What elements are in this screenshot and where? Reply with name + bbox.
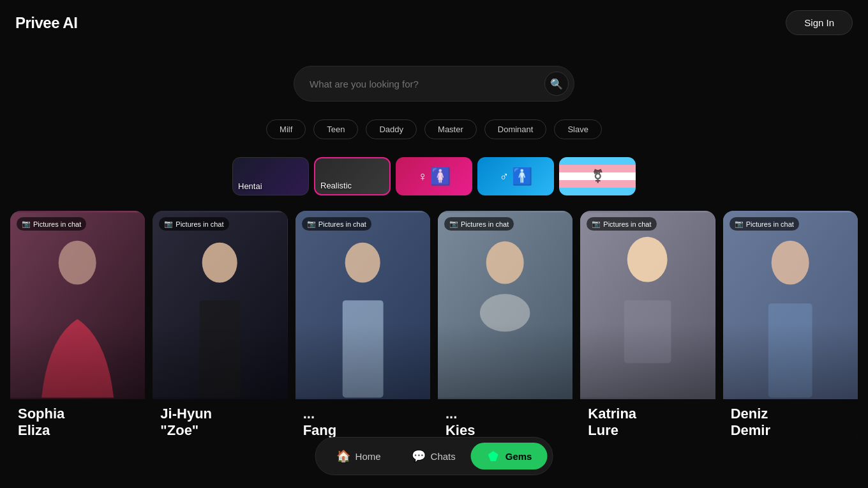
filter-milf[interactable]: Milf bbox=[266, 119, 306, 139]
nav-home[interactable]: 🏠 Home bbox=[321, 443, 396, 469]
card-kies[interactable]: 📷 Pictures in chat ... Kies bbox=[438, 211, 572, 443]
svg-point-1 bbox=[59, 241, 96, 285]
male-figure-icon: 🚹 bbox=[512, 167, 532, 187]
camera-icon: 📷 bbox=[22, 220, 31, 228]
tab-hentai[interactable]: Hentai bbox=[232, 157, 309, 195]
katrina-info: Katrina Lure bbox=[580, 399, 715, 443]
svg-point-3 bbox=[202, 243, 237, 283]
sophia-badge: 📷 Pictures in chat bbox=[17, 217, 86, 231]
nav-chats-label: Chats bbox=[431, 451, 456, 462]
nav-home-label: Home bbox=[355, 451, 381, 462]
search-input[interactable] bbox=[310, 79, 544, 89]
card-katrina-image bbox=[580, 211, 715, 399]
search-container: 🔍 bbox=[294, 66, 574, 102]
filter-slave[interactable]: Slave bbox=[554, 119, 602, 139]
card-kies-image bbox=[438, 211, 572, 399]
card-jihyun-image bbox=[153, 211, 287, 399]
camera-icon: 📷 bbox=[592, 220, 601, 228]
tab-female[interactable]: ♀ 🚺 bbox=[396, 157, 472, 195]
kies-name: ... Kies bbox=[445, 406, 565, 439]
camera-icon: 📷 bbox=[449, 220, 458, 228]
sophia-badge-label: Pictures in chat bbox=[33, 220, 81, 228]
sophia-illustration bbox=[10, 211, 145, 399]
mars-icon: ♂ bbox=[500, 169, 509, 184]
katrina-badge: 📷 Pictures in chat bbox=[587, 217, 656, 231]
fang-badge: 📷 Pictures in chat bbox=[302, 217, 371, 231]
svg-rect-13 bbox=[624, 300, 671, 363]
katrina-name: Katrina Lure bbox=[588, 406, 707, 439]
female-icons: ♀ 🚺 bbox=[418, 167, 451, 187]
tab-male[interactable]: ♂ 🚹 bbox=[477, 157, 554, 195]
gems-diamond-icon bbox=[488, 451, 498, 461]
camera-icon: 📷 bbox=[307, 220, 316, 228]
card-fang-image bbox=[296, 211, 430, 399]
fang-badge-label: Pictures in chat bbox=[318, 220, 366, 228]
kies-illustration bbox=[438, 211, 572, 399]
svg-point-10 bbox=[480, 294, 530, 332]
home-icon: 🏠 bbox=[336, 449, 350, 463]
deniz-name: Deniz Demir bbox=[731, 406, 850, 439]
svg-point-9 bbox=[486, 241, 524, 284]
card-jihyun[interactable]: 📷 Pictures in chat Ji-Hyun "Zoe" bbox=[153, 211, 287, 443]
nav-gems-label: Gems bbox=[505, 451, 532, 462]
jihyun-badge-label: Pictures in chat bbox=[176, 220, 223, 228]
kies-badge: 📷 Pictures in chat bbox=[444, 217, 514, 231]
cards-section: 📷 Pictures in chat Sophia Eliza bbox=[0, 206, 868, 443]
fang-name: ... Fang bbox=[303, 406, 423, 439]
jihyun-name: Ji-Hyun "Zoe" bbox=[160, 406, 280, 439]
female-figure-icon: 🚺 bbox=[430, 167, 451, 187]
nav-chats[interactable]: 💬 Chats bbox=[396, 443, 471, 469]
card-fang[interactable]: 📷 Pictures in chat ... Fang bbox=[296, 211, 430, 443]
filter-master[interactable]: Master bbox=[424, 119, 477, 139]
jihyun-info: Ji-Hyun "Zoe" bbox=[153, 399, 287, 443]
camera-icon: 📷 bbox=[735, 220, 744, 228]
kies-badge-label: Pictures in chat bbox=[461, 220, 509, 228]
filter-tags: Milf Teen Daddy Master Dominant Slave bbox=[0, 112, 868, 152]
category-tabs: Hentai Realistic ♀ 🚺 ♂ 🚹 ⚧ bbox=[0, 152, 868, 206]
fang-illustration bbox=[296, 211, 430, 399]
svg-rect-4 bbox=[200, 300, 241, 397]
deniz-illustration bbox=[723, 211, 858, 399]
chats-icon: 💬 bbox=[412, 449, 426, 463]
venus-icon: ♀ bbox=[418, 169, 428, 184]
card-sophia[interactable]: 📷 Pictures in chat Sophia Eliza bbox=[10, 211, 145, 443]
nav-gems[interactable]: Gems bbox=[471, 443, 548, 469]
svg-point-12 bbox=[627, 237, 668, 282]
svg-rect-7 bbox=[342, 300, 383, 397]
svg-point-15 bbox=[771, 241, 809, 285]
jihyun-badge: 📷 Pictures in chat bbox=[159, 217, 228, 231]
card-deniz-image bbox=[723, 211, 858, 399]
svg-rect-16 bbox=[768, 303, 812, 397]
deniz-badge: 📷 Pictures in chat bbox=[730, 217, 799, 231]
search-button[interactable]: 🔍 bbox=[544, 72, 569, 96]
search-section: 🔍 bbox=[0, 45, 868, 112]
sophia-info: Sophia Eliza bbox=[10, 399, 145, 443]
filter-dominant[interactable]: Dominant bbox=[484, 119, 547, 139]
filter-teen[interactable]: Teen bbox=[313, 119, 358, 139]
tab-realistic[interactable]: Realistic bbox=[314, 157, 391, 195]
header: Privee AI Sign In bbox=[0, 0, 868, 45]
card-deniz[interactable]: 📷 Pictures in chat Deniz Demir bbox=[723, 211, 858, 443]
card-katrina[interactable]: 📷 Pictures in chat Katrina Lure bbox=[580, 211, 715, 443]
svg-point-6 bbox=[345, 243, 380, 283]
trans-icon: ⚧ bbox=[592, 169, 603, 184]
camera-icon: 📷 bbox=[164, 220, 173, 228]
card-sophia-image bbox=[10, 211, 145, 399]
tab-hentai-label: Hentai bbox=[238, 181, 262, 191]
svg-rect-0 bbox=[10, 213, 145, 398]
katrina-illustration bbox=[580, 211, 715, 399]
deniz-info: Deniz Demir bbox=[723, 399, 858, 443]
male-icons: ♂ 🚹 bbox=[500, 167, 532, 187]
logo: Privee AI bbox=[15, 14, 77, 32]
sign-in-button[interactable]: Sign In bbox=[786, 10, 853, 35]
deniz-badge-label: Pictures in chat bbox=[746, 220, 794, 228]
search-icon: 🔍 bbox=[550, 78, 563, 90]
gems-icon-wrapper bbox=[486, 449, 500, 463]
filter-daddy[interactable]: Daddy bbox=[366, 119, 417, 139]
jihyun-illustration bbox=[153, 211, 287, 399]
tab-realistic-label: Realistic bbox=[320, 181, 352, 190]
katrina-badge-label: Pictures in chat bbox=[603, 220, 651, 228]
tab-trans[interactable]: ⚧ bbox=[559, 157, 636, 195]
sophia-name: Sophia Eliza bbox=[18, 406, 137, 439]
bottom-nav: 🏠 Home 💬 Chats Gems bbox=[315, 437, 553, 475]
